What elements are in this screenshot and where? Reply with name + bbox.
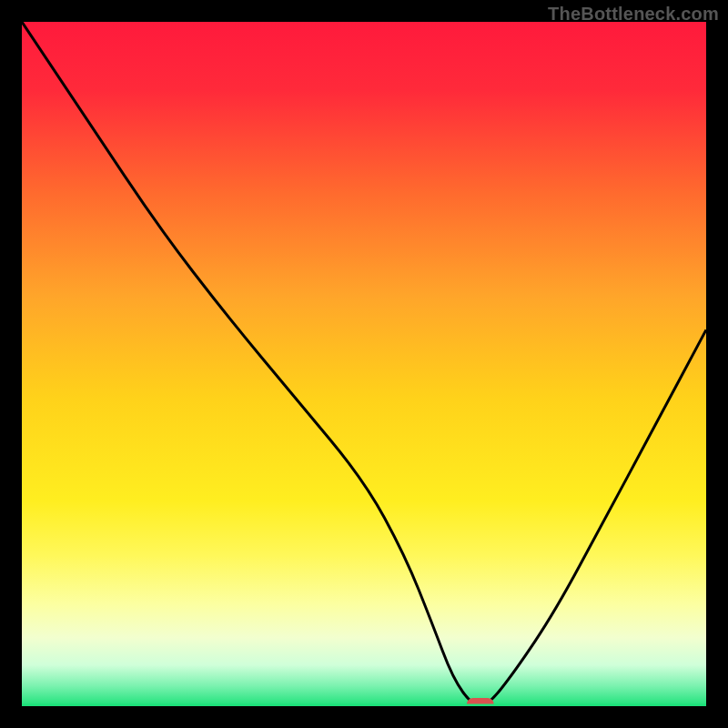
watermark-label: TheBottleneck.com — [548, 4, 719, 25]
plot-area — [22, 22, 706, 706]
bottleneck-curve — [22, 22, 706, 706]
curve-layer — [22, 22, 706, 706]
